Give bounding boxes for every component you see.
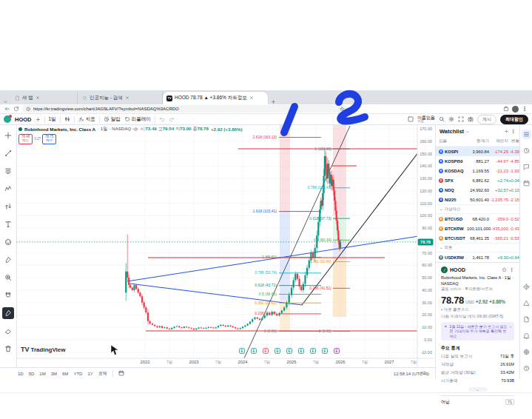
crosshair-tool[interactable] xyxy=(2,130,14,141)
chat-panel-icon[interactable] xyxy=(522,162,531,172)
visibility-eye-icon[interactable] xyxy=(133,127,138,132)
fib-retracement-tool[interactable] xyxy=(2,165,14,177)
zoom-in-tool[interactable] xyxy=(2,272,14,284)
watchlist-chevron-icon[interactable] xyxy=(465,130,470,134)
legend-symbol-name[interactable]: Robinhood Markets, Inc. Class A xyxy=(24,127,95,132)
compare-add-icon[interactable] xyxy=(36,117,41,122)
earnings-row[interactable]: 어닝 71 xyxy=(441,395,514,406)
range-button-YTD[interactable]: YTD xyxy=(73,372,82,376)
watchlist-row-KOSDAQ[interactable]: KKOSDAQ1,169.55-21.23-1.93% xyxy=(436,166,519,175)
alerts-log-icon[interactable] xyxy=(522,298,531,308)
more-kebab-icon[interactable] xyxy=(509,267,514,272)
redo-button[interactable] xyxy=(169,116,175,122)
magnet-tool[interactable] xyxy=(2,289,14,301)
range-button-6M[interactable]: 6M xyxy=(62,372,68,376)
adjusted-toggle[interactable]: adj xyxy=(420,370,425,375)
browser-profile-avatar[interactable] xyxy=(512,106,519,113)
watchlist-row-BTCUSD[interactable]: BBTCUSD68,420.0-359.0-0.52% xyxy=(436,214,519,224)
quick-search-icon[interactable] xyxy=(439,116,445,122)
screener-icon[interactable] xyxy=(522,282,531,292)
watchlist-menu-icon[interactable] xyxy=(511,129,516,134)
browser-tab-3[interactable]: TVHOOD 78.78 ▲ +3.86% 차트정보 xyxy=(163,92,268,104)
pattern-tool[interactable] xyxy=(2,183,14,195)
back-button[interactable] xyxy=(4,106,10,112)
watchlist-row-BTCUSDT[interactable]: BBTCUSDT68,461.35-365.21-0.53% xyxy=(436,233,519,243)
buy-button[interactable]: 78.75매수 xyxy=(42,134,56,144)
layout-name-button[interactable]: 이름없음 저장 xyxy=(417,115,435,124)
brush-tool[interactable] xyxy=(2,254,14,266)
calendar-panel-icon[interactable] xyxy=(522,178,531,188)
bookmark-star-icon[interactable] xyxy=(340,107,345,112)
symbol-logo-icon: B xyxy=(439,217,443,221)
refresh-button[interactable] xyxy=(13,106,19,112)
range-button-전체[interactable]: 전체 xyxy=(98,370,107,377)
tab-close-icon[interactable] xyxy=(249,95,254,101)
browser-tab-1[interactable]: 새 탭 xyxy=(10,92,78,104)
add-symbol-icon[interactable] xyxy=(504,129,509,134)
detail-change: +2.92 +3.86% xyxy=(476,299,505,304)
indicators-button[interactable]: 지표 xyxy=(78,116,95,123)
sell-button[interactable]: 78.48매도 xyxy=(18,134,33,144)
earnings-notice[interactable]: ✦ 2월 11일 - 새로운 분기 보고서 발표 전 기대치와 주가 예측을 확… xyxy=(441,322,514,341)
range-button-1Y[interactable]: 1Y xyxy=(87,372,92,376)
price-axis-tick: 90.00 xyxy=(422,226,432,230)
watchlist-section-fx[interactable]: ⌄ 외환 xyxy=(436,243,519,252)
symbol-search-button[interactable]: HOOD xyxy=(15,116,32,123)
browser-menu-kebab-icon[interactable] xyxy=(522,106,528,112)
go-to-date-icon[interactable] xyxy=(118,370,124,377)
watchlist-panel-icon[interactable] xyxy=(522,130,531,139)
watchlist-row-KOSPI50[interactable]: KKOSPI50881.27-44.97-4.85% xyxy=(436,156,519,166)
watchlist-row-NDQ[interactable]: NNDQ24,992.60+32.57+0.13% xyxy=(436,185,519,195)
watchlist-row-USDKRW[interactable]: $USDKRW1,461.78+9.30+0.64% xyxy=(436,252,519,262)
emoji-tool[interactable] xyxy=(2,236,14,248)
range-button-1D[interactable]: 1D xyxy=(18,372,24,376)
watchlist-row-SPX[interactable]: SSPX6,881.62+2.74+0.04% xyxy=(436,175,519,185)
marker-tool[interactable] xyxy=(2,307,14,319)
site-info-icon[interactable] xyxy=(26,107,31,112)
user-avatar[interactable] xyxy=(4,115,11,123)
interval-button[interactable]: 1일 xyxy=(49,116,56,123)
notifications-bell-icon[interactable] xyxy=(522,331,531,341)
range-button-1M[interactable]: 1M xyxy=(39,372,45,376)
eraser-tool[interactable] xyxy=(2,325,14,337)
watchlist-title[interactable]: Watchlist xyxy=(440,128,464,135)
watchlist-panel: Watchlist 심볼현재가체인지변동% KKOSPI3,960.84-174… xyxy=(435,125,519,379)
layout-icon[interactable] xyxy=(408,116,414,122)
alarm-clock-icon xyxy=(104,116,110,122)
tradingview-logo[interactable]: TVTradingView xyxy=(21,346,66,353)
alert-button[interactable]: 알림 xyxy=(104,116,121,123)
ideas-icon[interactable] xyxy=(522,315,531,324)
help-icon[interactable] xyxy=(522,363,531,373)
tab-close-icon[interactable] xyxy=(36,95,40,101)
watchlist-row-KOSPI[interactable]: KKOSPI3,960.84-174.29-4.39% xyxy=(436,147,519,156)
position-tool[interactable] xyxy=(2,201,14,212)
promo-button[interactable]: 최대할인 xyxy=(500,115,528,124)
watchlist-section-crypto[interactable]: ⌄ 가상자산 xyxy=(436,204,519,214)
snapshot-camera-icon[interactable] xyxy=(468,116,474,122)
text-tool[interactable] xyxy=(2,218,14,230)
browser-tab-2[interactable]: 인공지능 - 검색 xyxy=(78,92,163,104)
fullscreen-icon[interactable] xyxy=(458,116,464,122)
settings-gear-icon[interactable] xyxy=(448,116,454,122)
browser-globe-icon[interactable] xyxy=(522,347,531,357)
watchlist-row-BTCKRW[interactable]: BBTCKRW100,101,000-435,000-0.43% xyxy=(436,224,519,233)
watchlist-row-NI225[interactable]: NNI22550,601.40-1,235.75-2.15% xyxy=(436,195,519,204)
trend-line-tool[interactable] xyxy=(2,147,14,159)
publish-button[interactable]: 게시 xyxy=(477,115,496,124)
chart-type-candles-icon[interactable] xyxy=(64,116,70,122)
url-bar[interactable]: https://kr.tradingview.com/chart/JAG9LAF… xyxy=(22,105,348,113)
undo-button[interactable] xyxy=(159,116,165,122)
trash-tool[interactable] xyxy=(2,343,14,355)
flag-icon[interactable] xyxy=(502,267,507,272)
expand-stats-button[interactable]: ⌄ xyxy=(468,387,488,392)
replay-button[interactable]: 리플레이 xyxy=(124,116,151,123)
detail-ticker[interactable]: HOOD xyxy=(450,267,499,272)
range-button-3M[interactable]: 3M xyxy=(51,372,57,376)
fib-b-label: 0.236 (41.51) xyxy=(309,286,331,290)
alerts-panel-icon[interactable] xyxy=(522,146,531,155)
range-button-5D[interactable]: 5D xyxy=(29,372,35,376)
new-tab-button[interactable] xyxy=(268,99,278,104)
tab-close-icon[interactable] xyxy=(125,95,129,101)
extensions-puzzle-icon[interactable] xyxy=(503,106,509,112)
tab-search-chevron-icon[interactable] xyxy=(0,99,10,104)
